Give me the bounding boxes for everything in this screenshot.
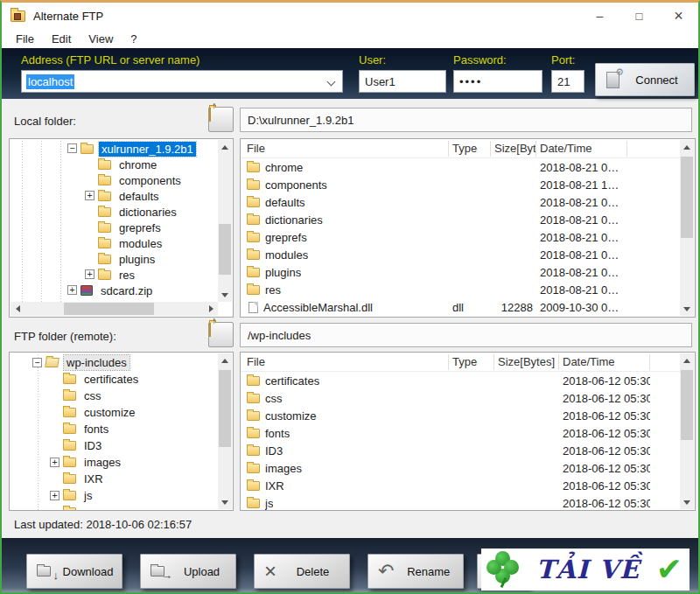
tree-item[interactable]: certificates <box>10 371 218 388</box>
scroll-down-arrow-icon[interactable] <box>680 302 694 316</box>
connect-button[interactable]: Connect <box>595 63 695 96</box>
expand-plus-icon[interactable]: + <box>85 269 94 279</box>
file-row[interactable]: plugins2018-08-21 0… <box>241 263 680 281</box>
file-row[interactable]: customize2018-06-12 05:30 <box>241 407 680 424</box>
tree-item[interactable]: dictionaries <box>10 204 218 220</box>
remote-list-vertical-scrollbar[interactable] <box>680 353 694 509</box>
folder-icon <box>247 233 260 242</box>
local-list-vertical-scrollbar[interactable] <box>680 140 694 316</box>
tree-item[interactable]: fonts <box>10 421 218 437</box>
chevron-down-icon[interactable] <box>327 78 336 87</box>
scroll-down-arrow-icon[interactable] <box>680 495 694 509</box>
folder-icon <box>247 446 260 456</box>
collapse-minus-icon[interactable]: − <box>67 143 77 153</box>
tree-item[interactable]: +images <box>10 454 218 471</box>
tree-item[interactable]: +res <box>10 267 218 283</box>
scroll-down-arrow-icon[interactable] <box>218 288 232 302</box>
tree-item[interactable]: components <box>10 172 218 188</box>
scroll-up-arrow-icon[interactable] <box>218 140 232 154</box>
local-tree-vertical-scrollbar[interactable] <box>218 140 232 302</box>
scroll-up-arrow-icon[interactable] <box>680 140 694 154</box>
local-path-field[interactable]: D:\xulrunner_1.9.2b1 <box>240 108 692 132</box>
tree-item[interactable]: −xulrunner_1.9.2b1 <box>10 141 218 157</box>
scroll-left-arrow-icon[interactable] <box>10 302 24 316</box>
remote-path-field[interactable]: /wp-includes <box>240 323 692 347</box>
upload-button[interactable]: → Upload <box>140 554 236 589</box>
tree-guide <box>50 505 63 511</box>
menu-item-file[interactable]: File <box>7 32 43 45</box>
local-tree-horizontal-scrollbar[interactable] <box>10 302 218 316</box>
tree-item-label: ID3 <box>81 438 104 453</box>
x-icon: × <box>264 563 276 580</box>
menu-item-view[interactable]: View <box>80 32 122 45</box>
file-row[interactable]: certificates2018-06-12 05:30 <box>241 372 680 389</box>
tree-item[interactable]: chrome <box>10 157 218 172</box>
column-header[interactable]: File <box>241 354 449 370</box>
minimize-button[interactable]: – <box>580 3 620 29</box>
folder-icon <box>247 376 260 386</box>
file-row[interactable]: chrome2018-08-21 0… <box>241 158 680 176</box>
tree-item[interactable]: modules <box>10 235 218 251</box>
file-row[interactable]: AccessibleMarshal.dlldll122882009-10-30 … <box>241 298 680 316</box>
address-combobox[interactable]: localhost <box>21 70 343 93</box>
remote-tree-vertical-scrollbar[interactable] <box>218 353 232 509</box>
password-input[interactable] <box>453 70 542 93</box>
scroll-down-arrow-icon[interactable] <box>218 495 232 509</box>
tree-item-label: IXR <box>81 472 106 486</box>
menu-item-edit[interactable]: Edit <box>43 32 80 45</box>
file-row[interactable]: dictionaries2018-08-21 0… <box>241 211 680 228</box>
file-row[interactable]: components2018-08-21 1… <box>241 176 680 193</box>
scroll-up-arrow-icon[interactable] <box>218 353 232 367</box>
rename-button[interactable]: ↶ Rename <box>368 554 464 589</box>
file-row[interactable]: ID32018-06-12 05:30 <box>241 442 680 459</box>
tree-item-label: components <box>116 173 184 188</box>
port-input[interactable] <box>551 70 584 93</box>
column-header[interactable]: Size[Bytes] <box>494 354 559 370</box>
expand-plus-icon[interactable]: + <box>67 285 77 295</box>
file-row[interactable]: images2018-06-12 05:30 <box>241 459 680 477</box>
file-row[interactable]: res2018-08-21 0… <box>241 281 680 298</box>
tree-item[interactable]: greprefs <box>10 220 218 235</box>
file-name: AccessibleMarshal.dll <box>263 301 373 314</box>
file-row[interactable]: IXR2018-06-12 05:30 <box>241 477 680 494</box>
expand-plus-icon[interactable]: + <box>50 458 60 467</box>
tree-item[interactable]: customize <box>10 404 218 421</box>
tree-item[interactable]: pomo <box>10 504 218 510</box>
remote-parent-folder-button[interactable] <box>208 322 234 347</box>
tree-item[interactable]: plugins <box>10 251 218 267</box>
delete-button[interactable]: × Delete <box>254 554 350 589</box>
tree-item[interactable]: −wp-includes <box>10 354 218 371</box>
menu-item-help[interactable]: ? <box>122 32 145 45</box>
column-header[interactable]: Size[Byt <box>491 141 536 157</box>
expand-plus-icon[interactable]: + <box>50 491 60 500</box>
column-header[interactable]: Type <box>449 141 491 157</box>
folder-icon <box>63 507 76 510</box>
tree-item[interactable]: +sdcard.zip <box>10 283 218 298</box>
file-name-cell: plugins <box>241 266 449 279</box>
file-row[interactable]: modules2018-08-21 0… <box>241 246 680 263</box>
scroll-right-arrow-icon[interactable] <box>204 302 218 316</box>
file-row[interactable]: fonts2018-06-12 05:30 <box>241 424 680 442</box>
column-header[interactable]: Date/Time <box>536 141 627 157</box>
file-row[interactable]: js2018-06-12 05:30 <box>241 494 680 510</box>
file-row[interactable]: greprefs2018-08-21 0… <box>241 228 680 246</box>
close-button[interactable]: × <box>659 3 698 29</box>
expand-plus-icon[interactable]: + <box>85 191 94 200</box>
tree-item[interactable]: +defaults <box>10 188 218 204</box>
scroll-up-arrow-icon[interactable] <box>680 353 694 367</box>
file-row[interactable]: css2018-06-12 05:30 <box>241 389 680 407</box>
download-button[interactable]: ↓ Download <box>26 554 122 589</box>
file-name-cell: ID3 <box>241 444 449 458</box>
tree-item[interactable]: css <box>10 388 218 404</box>
collapse-minus-icon[interactable]: − <box>32 358 42 367</box>
column-header[interactable]: Type <box>449 354 494 370</box>
tree-item[interactable]: IXR <box>10 471 218 487</box>
user-input[interactable] <box>359 70 446 93</box>
maximize-button[interactable]: □ <box>620 3 659 29</box>
tree-item[interactable]: +js <box>10 487 218 504</box>
column-header[interactable]: Date/Time <box>559 354 650 370</box>
local-parent-folder-button[interactable] <box>208 107 234 132</box>
file-row[interactable]: defaults2018-08-21 0… <box>241 193 680 211</box>
column-header[interactable]: File <box>241 141 449 157</box>
tree-item[interactable]: ID3 <box>10 437 218 454</box>
